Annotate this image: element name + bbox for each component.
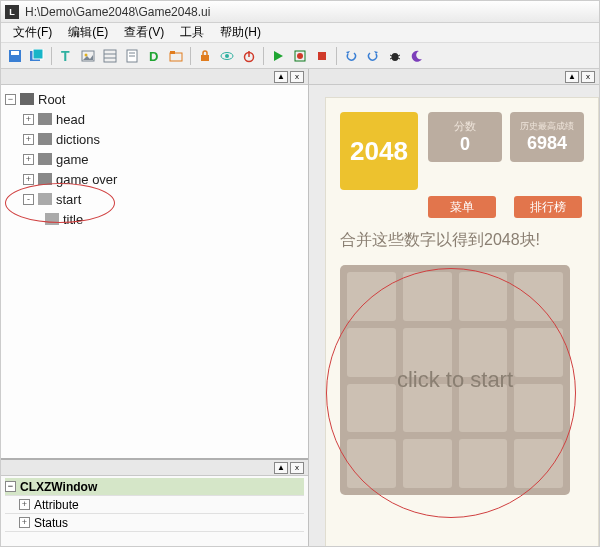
expander-icon[interactable]: +	[23, 154, 34, 165]
svg-rect-16	[201, 55, 209, 61]
svg-line-26	[398, 55, 400, 56]
tool-script-icon[interactable]	[122, 46, 142, 66]
tool-power-icon[interactable]	[239, 46, 259, 66]
tool-save-icon[interactable]	[5, 46, 25, 66]
svg-rect-3	[33, 49, 43, 59]
expander-icon[interactable]: +	[19, 517, 30, 528]
grid-cell	[514, 272, 563, 321]
property-attribute[interactable]: + Attribute	[5, 496, 304, 514]
expander-icon[interactable]: +	[23, 114, 34, 125]
menu-button[interactable]: 菜单	[428, 196, 496, 218]
tree-item-start[interactable]: - start	[5, 189, 304, 209]
tool-undo-icon[interactable]	[341, 46, 361, 66]
tool-lock-icon[interactable]	[195, 46, 215, 66]
node-icon	[38, 113, 52, 125]
grid-cell	[459, 439, 508, 488]
toolbar: T D	[1, 43, 599, 69]
tool-folder-icon[interactable]	[166, 46, 186, 66]
tool-stop-icon[interactable]	[312, 46, 332, 66]
menu-view[interactable]: 查看(V)	[116, 22, 172, 43]
property-label: Attribute	[34, 498, 79, 512]
panel-max-button[interactable]: ▲	[274, 71, 288, 83]
app-icon: L	[5, 5, 19, 19]
separator-icon	[190, 47, 191, 65]
property-status[interactable]: + Status	[5, 514, 304, 532]
tree-label: title	[63, 212, 83, 227]
grid-cell	[403, 384, 452, 433]
best-value: 6984	[510, 133, 584, 154]
svg-point-24	[392, 53, 399, 61]
tree-label: head	[56, 112, 85, 127]
property-class[interactable]: − CLXZWindow	[5, 478, 304, 496]
game-preview[interactable]: 2048 分数 0 历史最高成绩 6984	[325, 97, 599, 547]
grid-cell	[403, 272, 452, 321]
rank-button[interactable]: 排行榜	[514, 196, 582, 218]
scene-tree[interactable]: − Root + head + dictions + game +	[1, 85, 308, 458]
menu-edit[interactable]: 编辑(E)	[60, 22, 116, 43]
tree-item-head[interactable]: + head	[5, 109, 304, 129]
tool-eye-icon[interactable]	[217, 46, 237, 66]
tool-text-icon[interactable]: T	[56, 46, 76, 66]
svg-rect-14	[170, 53, 182, 61]
menu-help[interactable]: 帮助(H)	[212, 22, 269, 43]
logo-text: 2048	[340, 136, 418, 167]
grid-cell	[514, 439, 563, 488]
menu-tools[interactable]: 工具	[172, 22, 212, 43]
tree-item-game[interactable]: + game	[5, 149, 304, 169]
tree-label: game	[56, 152, 89, 167]
tree-item-dictions[interactable]: + dictions	[5, 129, 304, 149]
window-titlebar: L H:\Demo\Game2048\Game2048.ui	[1, 1, 599, 23]
separator-icon	[336, 47, 337, 65]
game-grid[interactable]: click to start	[340, 265, 570, 495]
score-value: 0	[428, 134, 502, 155]
tree-label: dictions	[56, 132, 100, 147]
grid-cell	[403, 439, 452, 488]
tool-bug-icon[interactable]	[385, 46, 405, 66]
grid-cell	[347, 328, 396, 377]
property-label: Status	[34, 516, 68, 530]
svg-point-22	[297, 53, 303, 59]
tool-properties-icon[interactable]	[100, 46, 120, 66]
expander-icon[interactable]: +	[23, 174, 34, 185]
tree-label: Root	[38, 92, 65, 107]
badge-row: 2048 分数 0 历史最高成绩 6984	[340, 112, 584, 190]
grid-cell	[459, 272, 508, 321]
tree-item-title[interactable]: title	[5, 209, 304, 229]
svg-rect-15	[170, 51, 175, 54]
tool-record-icon[interactable]	[290, 46, 310, 66]
tool-redo-icon[interactable]	[363, 46, 383, 66]
preview-panel: ▲ x 2048 分数 0 历史最高成绩 6984	[309, 69, 599, 547]
grid-cell	[514, 328, 563, 377]
expander-icon[interactable]: +	[23, 134, 34, 145]
best-label: 历史最高成绩	[510, 120, 584, 133]
expander-icon[interactable]: −	[5, 94, 16, 105]
expander-icon[interactable]: −	[5, 481, 16, 492]
tool-saveall-icon[interactable]	[27, 46, 47, 66]
panel-close-button[interactable]: x	[581, 71, 595, 83]
svg-line-28	[398, 58, 400, 59]
property-grid[interactable]: − CLXZWindow + Attribute + Status	[1, 476, 308, 547]
expander-icon[interactable]: +	[19, 499, 30, 510]
grid-cell	[403, 328, 452, 377]
svg-rect-7	[104, 50, 116, 62]
tool-play-icon[interactable]	[268, 46, 288, 66]
grid-cell	[459, 328, 508, 377]
panel-max-button[interactable]: ▲	[565, 71, 579, 83]
expander-icon[interactable]: -	[23, 194, 34, 205]
panel-close-button[interactable]: x	[290, 71, 304, 83]
svg-rect-1	[11, 51, 19, 55]
separator-icon	[51, 47, 52, 65]
game-logo: 2048	[340, 112, 418, 190]
node-icon	[38, 133, 52, 145]
panel-close-button[interactable]: x	[290, 462, 304, 474]
tool-moon-icon[interactable]	[407, 46, 427, 66]
preview-panel-header: ▲ x	[309, 69, 599, 85]
tree-item-gameover[interactable]: + game over	[5, 169, 304, 189]
menu-file[interactable]: 文件(F)	[5, 22, 60, 43]
panel-max-button[interactable]: ▲	[274, 462, 288, 474]
tool-database-icon[interactable]: D	[144, 46, 164, 66]
svg-rect-23	[318, 52, 326, 60]
menu-bar: 文件(F) 编辑(E) 查看(V) 工具 帮助(H)	[1, 23, 599, 43]
tree-root[interactable]: − Root	[5, 89, 304, 109]
tool-image-icon[interactable]	[78, 46, 98, 66]
